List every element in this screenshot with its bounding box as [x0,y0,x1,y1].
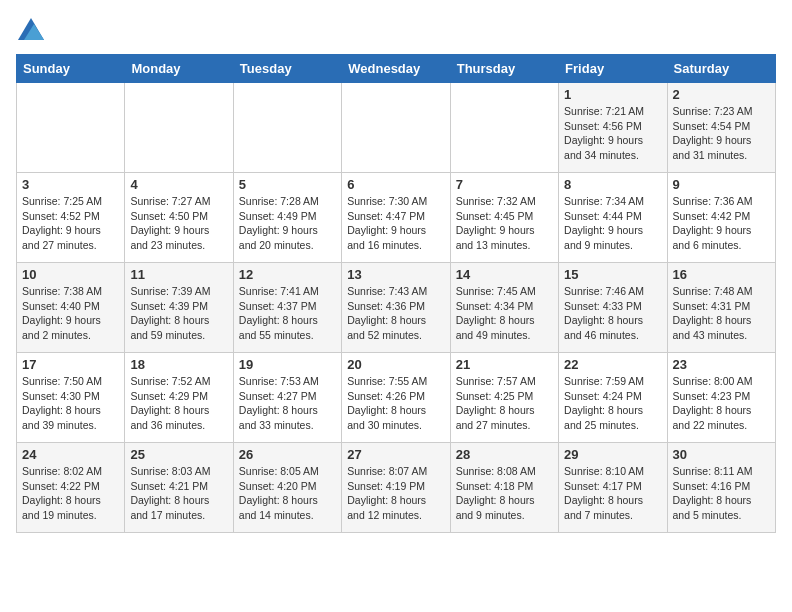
calendar-cell: 2Sunrise: 7:23 AM Sunset: 4:54 PM Daylig… [667,83,775,173]
day-info: Sunrise: 7:39 AM Sunset: 4:39 PM Dayligh… [130,284,227,343]
day-info: Sunrise: 7:48 AM Sunset: 4:31 PM Dayligh… [673,284,770,343]
calendar-col-header: Friday [559,55,667,83]
day-info: Sunrise: 7:43 AM Sunset: 4:36 PM Dayligh… [347,284,444,343]
day-number: 23 [673,357,770,372]
calendar-week-row: 3Sunrise: 7:25 AM Sunset: 4:52 PM Daylig… [17,173,776,263]
day-info: Sunrise: 8:10 AM Sunset: 4:17 PM Dayligh… [564,464,661,523]
day-info: Sunrise: 7:27 AM Sunset: 4:50 PM Dayligh… [130,194,227,253]
day-info: Sunrise: 7:55 AM Sunset: 4:26 PM Dayligh… [347,374,444,433]
day-number: 14 [456,267,553,282]
calendar-header-row: SundayMondayTuesdayWednesdayThursdayFrid… [17,55,776,83]
calendar-cell: 21Sunrise: 7:57 AM Sunset: 4:25 PM Dayli… [450,353,558,443]
logo-icon [16,16,46,46]
day-info: Sunrise: 7:50 AM Sunset: 4:30 PM Dayligh… [22,374,119,433]
calendar-cell: 13Sunrise: 7:43 AM Sunset: 4:36 PM Dayli… [342,263,450,353]
day-number: 30 [673,447,770,462]
logo [16,16,48,46]
day-info: Sunrise: 7:53 AM Sunset: 4:27 PM Dayligh… [239,374,336,433]
calendar-cell: 22Sunrise: 7:59 AM Sunset: 4:24 PM Dayli… [559,353,667,443]
day-info: Sunrise: 7:36 AM Sunset: 4:42 PM Dayligh… [673,194,770,253]
day-number: 16 [673,267,770,282]
calendar-cell [450,83,558,173]
calendar-cell [125,83,233,173]
calendar-col-header: Wednesday [342,55,450,83]
calendar-cell: 12Sunrise: 7:41 AM Sunset: 4:37 PM Dayli… [233,263,341,353]
calendar-cell: 20Sunrise: 7:55 AM Sunset: 4:26 PM Dayli… [342,353,450,443]
day-number: 7 [456,177,553,192]
calendar-table: SundayMondayTuesdayWednesdayThursdayFrid… [16,54,776,533]
calendar-cell: 3Sunrise: 7:25 AM Sunset: 4:52 PM Daylig… [17,173,125,263]
calendar-cell: 18Sunrise: 7:52 AM Sunset: 4:29 PM Dayli… [125,353,233,443]
day-info: Sunrise: 7:41 AM Sunset: 4:37 PM Dayligh… [239,284,336,343]
calendar-cell: 7Sunrise: 7:32 AM Sunset: 4:45 PM Daylig… [450,173,558,263]
calendar-col-header: Tuesday [233,55,341,83]
day-number: 12 [239,267,336,282]
day-info: Sunrise: 7:46 AM Sunset: 4:33 PM Dayligh… [564,284,661,343]
calendar-cell: 14Sunrise: 7:45 AM Sunset: 4:34 PM Dayli… [450,263,558,353]
day-info: Sunrise: 7:59 AM Sunset: 4:24 PM Dayligh… [564,374,661,433]
day-info: Sunrise: 7:30 AM Sunset: 4:47 PM Dayligh… [347,194,444,253]
day-number: 29 [564,447,661,462]
calendar-week-row: 17Sunrise: 7:50 AM Sunset: 4:30 PM Dayli… [17,353,776,443]
calendar-cell: 29Sunrise: 8:10 AM Sunset: 4:17 PM Dayli… [559,443,667,533]
day-info: Sunrise: 8:00 AM Sunset: 4:23 PM Dayligh… [673,374,770,433]
day-number: 27 [347,447,444,462]
calendar-cell: 1Sunrise: 7:21 AM Sunset: 4:56 PM Daylig… [559,83,667,173]
calendar-cell: 27Sunrise: 8:07 AM Sunset: 4:19 PM Dayli… [342,443,450,533]
day-number: 11 [130,267,227,282]
day-number: 20 [347,357,444,372]
calendar-cell: 30Sunrise: 8:11 AM Sunset: 4:16 PM Dayli… [667,443,775,533]
day-number: 4 [130,177,227,192]
day-info: Sunrise: 7:32 AM Sunset: 4:45 PM Dayligh… [456,194,553,253]
calendar-cell: 24Sunrise: 8:02 AM Sunset: 4:22 PM Dayli… [17,443,125,533]
day-number: 6 [347,177,444,192]
day-info: Sunrise: 7:21 AM Sunset: 4:56 PM Dayligh… [564,104,661,163]
day-number: 3 [22,177,119,192]
day-number: 9 [673,177,770,192]
day-number: 25 [130,447,227,462]
calendar-cell: 28Sunrise: 8:08 AM Sunset: 4:18 PM Dayli… [450,443,558,533]
calendar-week-row: 10Sunrise: 7:38 AM Sunset: 4:40 PM Dayli… [17,263,776,353]
day-number: 26 [239,447,336,462]
calendar-cell: 16Sunrise: 7:48 AM Sunset: 4:31 PM Dayli… [667,263,775,353]
calendar-cell: 9Sunrise: 7:36 AM Sunset: 4:42 PM Daylig… [667,173,775,263]
calendar-cell: 19Sunrise: 7:53 AM Sunset: 4:27 PM Dayli… [233,353,341,443]
calendar-cell: 15Sunrise: 7:46 AM Sunset: 4:33 PM Dayli… [559,263,667,353]
day-number: 28 [456,447,553,462]
day-number: 19 [239,357,336,372]
calendar-col-header: Sunday [17,55,125,83]
day-info: Sunrise: 7:38 AM Sunset: 4:40 PM Dayligh… [22,284,119,343]
day-info: Sunrise: 7:23 AM Sunset: 4:54 PM Dayligh… [673,104,770,163]
day-number: 15 [564,267,661,282]
day-info: Sunrise: 8:02 AM Sunset: 4:22 PM Dayligh… [22,464,119,523]
calendar-cell: 11Sunrise: 7:39 AM Sunset: 4:39 PM Dayli… [125,263,233,353]
calendar-cell: 26Sunrise: 8:05 AM Sunset: 4:20 PM Dayli… [233,443,341,533]
calendar-cell [17,83,125,173]
day-info: Sunrise: 7:28 AM Sunset: 4:49 PM Dayligh… [239,194,336,253]
calendar-col-header: Saturday [667,55,775,83]
day-info: Sunrise: 8:08 AM Sunset: 4:18 PM Dayligh… [456,464,553,523]
calendar-cell: 17Sunrise: 7:50 AM Sunset: 4:30 PM Dayli… [17,353,125,443]
day-info: Sunrise: 8:11 AM Sunset: 4:16 PM Dayligh… [673,464,770,523]
day-number: 18 [130,357,227,372]
calendar-cell: 10Sunrise: 7:38 AM Sunset: 4:40 PM Dayli… [17,263,125,353]
calendar-cell: 4Sunrise: 7:27 AM Sunset: 4:50 PM Daylig… [125,173,233,263]
calendar-cell [233,83,341,173]
calendar-cell: 8Sunrise: 7:34 AM Sunset: 4:44 PM Daylig… [559,173,667,263]
calendar-col-header: Monday [125,55,233,83]
day-number: 17 [22,357,119,372]
day-info: Sunrise: 8:05 AM Sunset: 4:20 PM Dayligh… [239,464,336,523]
day-info: Sunrise: 7:45 AM Sunset: 4:34 PM Dayligh… [456,284,553,343]
day-number: 24 [22,447,119,462]
day-info: Sunrise: 7:34 AM Sunset: 4:44 PM Dayligh… [564,194,661,253]
calendar-cell: 6Sunrise: 7:30 AM Sunset: 4:47 PM Daylig… [342,173,450,263]
calendar-cell [342,83,450,173]
day-info: Sunrise: 8:03 AM Sunset: 4:21 PM Dayligh… [130,464,227,523]
day-number: 22 [564,357,661,372]
day-number: 21 [456,357,553,372]
day-info: Sunrise: 7:25 AM Sunset: 4:52 PM Dayligh… [22,194,119,253]
calendar-cell: 25Sunrise: 8:03 AM Sunset: 4:21 PM Dayli… [125,443,233,533]
day-info: Sunrise: 7:52 AM Sunset: 4:29 PM Dayligh… [130,374,227,433]
day-number: 10 [22,267,119,282]
day-info: Sunrise: 8:07 AM Sunset: 4:19 PM Dayligh… [347,464,444,523]
